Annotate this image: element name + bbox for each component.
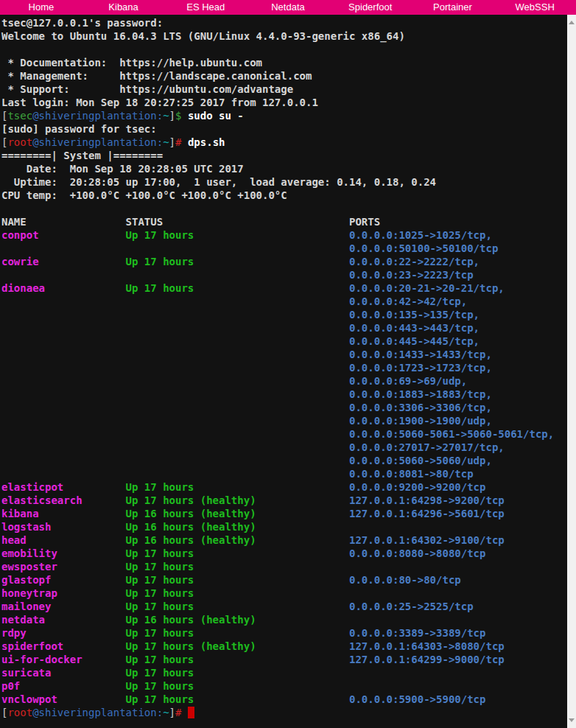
terminal-line: * Support: https://ubuntu.com/advantage — [1, 83, 567, 96]
terminal-line: elasticpot Up 17 hours 0.0.0.0:9200->920… — [1, 480, 567, 494]
nav-item-es-head[interactable]: ES Head — [164, 0, 247, 15]
terminal-line: CPU temp: +100.0°C +100.0°C +100.0°C +10… — [1, 189, 567, 202]
terminal-line: 0.0.0.0:1433->1433/tcp, — [1, 348, 567, 361]
terminal-line: [root@shiveringplantation:~]# — [1, 706, 567, 719]
terminal-line: * Management: https://landscape.canonica… — [1, 69, 567, 83]
scrollbar[interactable] — [567, 15, 576, 728]
terminal-line: glastopf Up 17 hours 0.0.0.0:80->80/tcp — [1, 573, 567, 587]
terminal-line: suricata Up 17 hours — [1, 666, 567, 679]
terminal-line: dionaea Up 17 hours 0.0.0.0:20-21->20-21… — [1, 281, 567, 295]
terminal-line: cowrie Up 17 hours 0.0.0.0:22->2222/tcp, — [1, 255, 567, 268]
nav-item-webssh[interactable]: WebSSH — [494, 0, 576, 15]
terminal-line: mailoney Up 17 hours 0.0.0.0:25->2525/tc… — [1, 600, 567, 613]
terminal-line: 0.0.0.0:445->445/tcp, — [1, 335, 567, 348]
terminal-line: kibana Up 16 hours (healthy) 127.0.0.1:6… — [1, 507, 567, 520]
terminal[interactable]: tsec@127.0.0.1's password:Welcome to Ubu… — [0, 15, 567, 728]
terminal-line: 0.0.0.0:443->443/tcp, — [1, 321, 567, 335]
terminal-line: honeytrap Up 17 hours — [1, 587, 567, 600]
terminal-line: conpot Up 17 hours 0.0.0.0:1025->1025/tc… — [1, 228, 567, 242]
terminal-line: Welcome to Ubuntu 16.04.3 LTS (GNU/Linux… — [1, 29, 567, 43]
terminal-line: [tsec@shiveringplantation:~]$ sudo su - — [1, 109, 567, 122]
terminal-line: [sudo] password for tsec: — [1, 122, 567, 136]
terminal-line: 0.0.0.0:5060-5061->5060-5061/tcp, — [1, 427, 567, 441]
terminal-line: 0.0.0.0:42->42/tcp, — [1, 295, 567, 308]
terminal-line — [1, 43, 567, 56]
terminal-line: 0.0.0.0:23->2223/tcp — [1, 268, 567, 281]
terminal-line: spiderfoot Up 17 hours (healthy) 127.0.0… — [1, 640, 567, 653]
terminal-line: tsec@127.0.0.1's password: — [1, 16, 567, 29]
terminal-line: NAME STATUS PORTS — [1, 215, 567, 228]
nav-item-spiderfoot[interactable]: Spiderfoot — [329, 0, 412, 15]
terminal-line: elasticsearch Up 17 hours (healthy) 127.… — [1, 494, 567, 507]
terminal-line: head Up 16 hours (healthy) 127.0.0.1:643… — [1, 533, 567, 547]
terminal-line: 0.0.0.0:27017->27017/tcp, — [1, 441, 567, 454]
scroll-up-icon[interactable] — [569, 21, 575, 24]
terminal-line: 0.0.0.0:50100->50100/tcp — [1, 242, 567, 255]
nav-item-kibana[interactable]: Kibana — [82, 0, 165, 15]
terminal-line: logstash Up 16 hours (healthy) — [1, 520, 567, 533]
terminal-line: 0.0.0.0:1900->1900/udp, — [1, 414, 567, 427]
terminal-line: Uptime: 20:28:05 up 17:00, 1 user, load … — [1, 175, 567, 189]
nav-item-netdata[interactable]: Netdata — [247, 0, 329, 15]
terminal-line: 0.0.0.0:1723->1723/tcp, — [1, 361, 567, 374]
terminal-line: p0f Up 17 hours — [1, 679, 567, 693]
terminal-line: emobility Up 17 hours 0.0.0.0:8080->8080… — [1, 547, 567, 560]
terminal-line: ui-for-docker Up 17 hours 127.0.0.1:6429… — [1, 653, 567, 666]
terminal-line: 0.0.0.0:69->69/udp, — [1, 374, 567, 388]
terminal-line: 0.0.0.0:3306->3306/tcp, — [1, 401, 567, 414]
nav-item-portainer[interactable]: Portainer — [412, 0, 494, 15]
terminal-line: ewsposter Up 17 hours — [1, 560, 567, 573]
terminal-line: 0.0.0.0:1883->1883/tcp, — [1, 388, 567, 401]
terminal-line: * Documentation: https://help.ubuntu.com — [1, 56, 567, 69]
terminal-line: 0.0.0.0:135->135/tcp, — [1, 308, 567, 321]
terminal-line: ========| System |======== — [1, 149, 567, 162]
terminal-output: tsec@127.0.0.1's password:Welcome to Ubu… — [1, 16, 567, 719]
terminal-line: 0.0.0.0:5060->5060/udp, — [1, 454, 567, 467]
scroll-down-icon[interactable] — [569, 718, 575, 722]
terminal-line: Last login: Mon Sep 18 20:27:25 2017 fro… — [1, 96, 567, 109]
terminal-line: vnclowpot Up 17 hours 0.0.0.0:5900->5900… — [1, 693, 567, 706]
terminal-line: netdata Up 16 hours (healthy) — [1, 613, 567, 626]
navbar: HomeKibanaES HeadNetdataSpiderfootPortai… — [0, 0, 576, 15]
terminal-line: 0.0.0.0:8081->80/tcp — [1, 467, 567, 480]
terminal-cursor — [188, 707, 194, 718]
nav-item-home[interactable]: Home — [0, 0, 82, 15]
terminal-line: rdpy Up 17 hours 0.0.0.0:3389->3389/tcp — [1, 626, 567, 640]
terminal-line — [1, 202, 567, 215]
terminal-line: Date: Mon Sep 18 20:28:05 UTC 2017 — [1, 162, 567, 175]
terminal-line: [root@shiveringplantation:~]# dps.sh — [1, 136, 567, 149]
